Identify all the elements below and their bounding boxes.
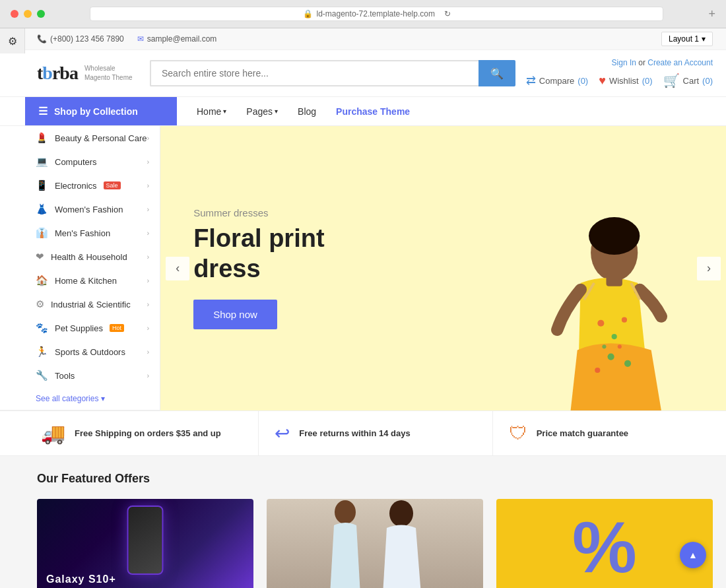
svg-point-13: [335, 500, 356, 524]
sidebar-item-sports[interactable]: 🏃 Sports & Outdoors ›: [25, 340, 160, 364]
cart-icon: 🛒: [663, 73, 680, 88]
create-account-link[interactable]: Create an Account: [647, 58, 713, 67]
logo-subtitle: Wholesale Magento Theme: [84, 64, 133, 82]
sidebar-item-pet[interactable]: 🐾 Pet Supplies Hot ›: [25, 316, 160, 340]
minimize-button[interactable]: [24, 10, 32, 18]
hero-title: Floral print dress: [193, 224, 382, 284]
health-icon: ❤: [36, 251, 44, 263]
window-chrome: 🔒 ld-magento-72.template-help.com ↻ +: [0, 0, 726, 28]
layout-toggle[interactable]: Layout 1 ▾: [661, 32, 713, 46]
new-tab-button[interactable]: +: [708, 7, 715, 21]
sign-in-link[interactable]: Sign In: [612, 58, 636, 67]
sidebar-dropdown: 💄 Beauty & Personal Care › 💻 Computers ›…: [0, 126, 160, 410]
logo[interactable]: tbrba Wholesale Magento Theme: [37, 63, 139, 84]
chevron-right-icon: ›: [147, 253, 149, 261]
sidebar-item-mens-fashion[interactable]: 👔 Men's Fashion ›: [25, 221, 160, 245]
top-bar: 📞 (+800) 123 456 7890 ✉ sample@email.com…: [0, 28, 726, 50]
deals-card-image: %: [496, 499, 713, 588]
compare-action[interactable]: ⇄ Compare (0): [526, 73, 588, 88]
feature-shipping: 🚚 Free Shipping on orders $35 and up: [25, 411, 259, 455]
chevron-down-icon: ▾: [101, 394, 105, 403]
address-bar[interactable]: 🔒 ld-magento-72.template-help.com ↻: [90, 7, 663, 21]
refresh-icon[interactable]: ↻: [444, 9, 451, 18]
shop-now-button[interactable]: Shop now: [193, 300, 277, 329]
svg-point-14: [389, 500, 413, 527]
svg-rect-12: [606, 273, 622, 286]
category-list: 💄 Beauty & Personal Care › 💻 Computers ›…: [25, 126, 160, 410]
returns-icon: ↩: [275, 422, 290, 444]
returns-text: Free returns within 14 days: [299, 428, 410, 438]
fashion-figures: [289, 499, 461, 588]
search-icon: 🔍: [490, 68, 504, 79]
hero-prev-button[interactable]: ‹: [166, 257, 189, 280]
hero-image: [415, 126, 726, 410]
sidebar-item-electronics[interactable]: 📱 Electronics Sale ›: [25, 174, 160, 197]
nav-link-purchase-theme[interactable]: Purchase Theme: [327, 98, 419, 125]
sidebar-label-industrial: Industrial & Scientific: [51, 300, 131, 310]
phone-icon: 📞: [37, 34, 47, 44]
phone-contact[interactable]: 📞 (+800) 123 456 7890: [37, 34, 124, 44]
price-match-icon: 🛡: [509, 422, 527, 444]
compare-icon: ⇄: [526, 73, 536, 88]
settings-gear[interactable]: ⚙: [0, 28, 25, 53]
nav-link-pages[interactable]: Pages ▾: [237, 98, 287, 125]
heart-icon: ♥: [599, 74, 606, 88]
computers-icon: 💻: [36, 156, 48, 168]
shop-by-button[interactable]: ☰ Shop by Collection: [25, 97, 177, 125]
email-address: sample@email.com: [147, 34, 217, 44]
hero-next-button[interactable]: ›: [697, 257, 721, 280]
fullscreen-button[interactable]: [37, 10, 45, 18]
scroll-top-button[interactable]: ▲: [680, 542, 706, 568]
featured-card-deals[interactable]: % Shop Tech Deals...: [496, 499, 713, 588]
featured-card-fashion[interactable]: Save 10% - Women's Dre...: [267, 499, 483, 588]
cart-label: Cart: [683, 76, 700, 86]
close-button[interactable]: [11, 10, 18, 18]
industrial-icon: ⚙: [36, 298, 44, 310]
sidebar-item-womens-fashion[interactable]: 👗 Women's Fashion ›: [25, 197, 160, 221]
sidebar-item-beauty[interactable]: 💄 Beauty & Personal Care ›: [25, 126, 160, 150]
sidebar-item-computers[interactable]: 💻 Computers ›: [25, 150, 160, 174]
search-button[interactable]: 🔍: [478, 60, 515, 86]
tools-icon: 🔧: [36, 370, 48, 381]
svg-point-8: [595, 368, 600, 373]
womens-fashion-icon: 👗: [36, 203, 48, 215]
feature-returns: ↩ Free returns within 14 days: [259, 411, 492, 455]
see-all-categories[interactable]: See all categories ▾: [25, 387, 160, 410]
sidebar-item-home-kitchen[interactable]: 🏠 Home & Kitchen ›: [25, 269, 160, 292]
galaxy-card-image: Galaxy S10+: [37, 499, 253, 588]
wishlist-action[interactable]: ♥ Wishlist (0): [599, 74, 652, 88]
nav-link-blog[interactable]: Blog: [288, 98, 325, 125]
sidebar-item-tools[interactable]: 🔧 Tools ›: [25, 364, 160, 387]
sidebar-item-industrial[interactable]: ⚙ Industrial & Scientific ›: [25, 292, 160, 316]
email-contact[interactable]: ✉ sample@email.com: [137, 34, 217, 44]
featured-card-galaxy[interactable]: Galaxy S10+ Save $200 on Samsung Galaxy.…: [37, 499, 253, 588]
main-content: 💄 Beauty & Personal Care › 💻 Computers ›…: [0, 126, 726, 410]
shipping-text: Free Shipping on orders $35 and up: [75, 428, 221, 438]
sign-in-row: Sign In or Create an Account: [612, 58, 713, 67]
search-input[interactable]: [150, 60, 478, 86]
svg-point-7: [608, 354, 614, 360]
sidebar-item-health[interactable]: ❤ Health & Household ›: [25, 245, 160, 269]
compare-count: (0): [578, 76, 588, 86]
wishlist-count: (0): [642, 76, 653, 86]
see-all-label: See all categories: [36, 394, 98, 403]
sidebar-label-womens-fashion: Women's Fashion: [55, 205, 123, 214]
percent-symbol: %: [572, 511, 637, 583]
price-match-text: Price match guarantee: [537, 428, 628, 438]
shop-now-label: Shop now: [213, 309, 257, 320]
chevron-up-icon: ▲: [688, 550, 698, 560]
phone-number: (+800) 123 456 7890: [50, 34, 124, 44]
cart-action[interactable]: 🛒 Cart (0): [663, 73, 713, 88]
chevron-right-icon: ›: [147, 324, 149, 332]
hero-subtitle: Summer dresses: [193, 207, 382, 218]
svg-point-6: [622, 317, 627, 323]
hero-content: Summer dresses Floral print dress Shop n…: [160, 181, 415, 356]
chevron-right-icon: ›: [147, 205, 149, 213]
features-bar: 🚚 Free Shipping on orders $35 and up ↩ F…: [0, 410, 726, 456]
shop-by-label: Shop by Collection: [54, 106, 138, 117]
chevron-right-icon: ›: [147, 158, 149, 166]
chevron-right-icon: ›: [147, 300, 149, 308]
nav-link-home[interactable]: Home ▾: [187, 98, 236, 125]
chevron-right-icon: ›: [147, 372, 149, 379]
cart-count: (0): [702, 76, 713, 86]
